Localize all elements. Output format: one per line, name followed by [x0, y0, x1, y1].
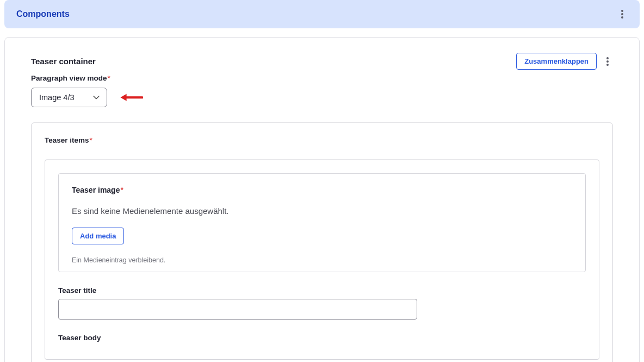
card-header-actions: Zusammenklappen — [516, 53, 613, 70]
view-mode-field: Paragraph view mode* Image 4/3 — [31, 74, 613, 107]
card-header: Teaser container Zusammenklappen — [31, 53, 613, 70]
teaser-body-field: Teaser body — [58, 334, 586, 342]
teaser-items-label: Teaser items* — [45, 136, 599, 144]
teaser-item: Teaser image* Es sind keine Medienelemen… — [45, 159, 599, 360]
teaser-container-title: Teaser container — [31, 57, 96, 66]
view-mode-value: Image 4/3 — [31, 88, 107, 107]
teaser-image-field: Teaser image* Es sind keine Medienelemen… — [58, 173, 586, 272]
components-header: Components — [4, 0, 640, 28]
teaser-title-label: Teaser title — [58, 286, 586, 294]
card-kebab-icon[interactable] — [602, 55, 613, 68]
teaser-container-card: Teaser container Zusammenklappen Paragra… — [4, 37, 640, 362]
teaser-image-empty-text: Es sind keine Medienelemente ausgewählt. — [72, 206, 572, 216]
annotation-arrow-icon — [117, 91, 143, 103]
required-indicator: * — [120, 186, 123, 194]
view-mode-label: Paragraph view mode* — [31, 74, 613, 82]
collapse-button[interactable]: Zusammenklappen — [516, 53, 597, 70]
add-media-button[interactable]: Add media — [72, 228, 124, 244]
teaser-image-hint: Ein Medieneintrag verbleibend. — [72, 256, 572, 264]
page-title: Components — [16, 9, 70, 19]
teaser-image-label: Teaser image* — [72, 186, 572, 194]
teaser-title-input[interactable] — [58, 299, 417, 320]
teaser-items-fieldset: Teaser items* Teaser image* Es sind kein… — [31, 122, 613, 362]
required-indicator: * — [108, 74, 110, 82]
required-indicator: * — [90, 136, 92, 144]
teaser-title-field: Teaser title — [58, 286, 586, 320]
view-mode-select[interactable]: Image 4/3 — [31, 88, 107, 107]
header-kebab-icon[interactable] — [617, 8, 628, 21]
teaser-body-label: Teaser body — [58, 334, 586, 342]
